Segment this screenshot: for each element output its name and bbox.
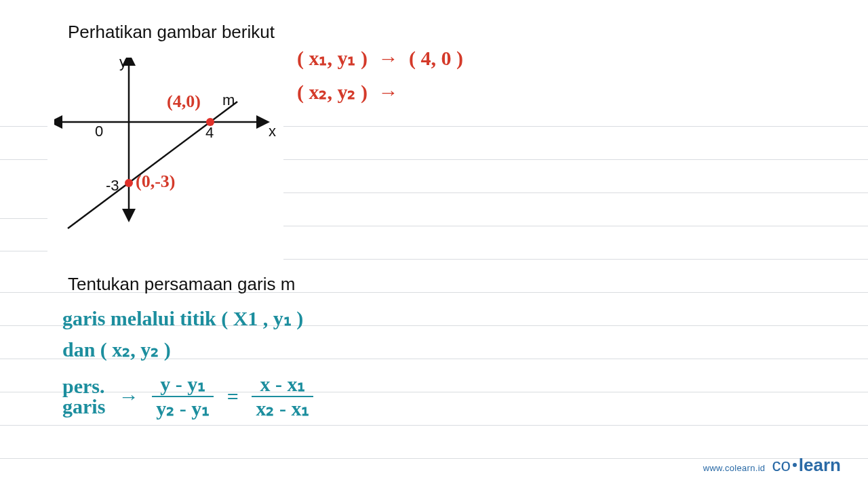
- frac1-num: y - y₁: [152, 374, 214, 397]
- fraction-2: x - x₁ x₂ - x₁: [252, 374, 313, 419]
- rule: [283, 226, 868, 226]
- rule: [0, 126, 47, 127]
- arrow-right-icon: →: [119, 385, 139, 407]
- x-tick-4: 4: [205, 124, 214, 142]
- rule: [283, 259, 868, 260]
- brand-part-a: co: [772, 455, 790, 475]
- blue-line-1: garis melalui titik ( X1 , y₁ ): [62, 306, 303, 330]
- equals: =: [227, 385, 239, 407]
- rule: [0, 218, 47, 219]
- footer-url: www.colearn.id: [703, 463, 766, 473]
- red-note-1: ( x₁, y₁ ) → ( 4, 0 ): [297, 46, 463, 70]
- pers-label-bot: garis: [62, 396, 105, 417]
- point-4-0: [206, 118, 214, 126]
- frac1-den: y₂ - y₁: [152, 397, 214, 419]
- blue-equation: pers. garis → y - y₁ y₂ - y₁ = x - x₁ x₂…: [62, 374, 317, 419]
- p2-lhs: ( x₂, y₂ ): [297, 81, 368, 103]
- rule: [0, 425, 868, 426]
- axes-svg: [54, 58, 285, 234]
- footer-brand: www.colearn.id colearn: [703, 455, 841, 476]
- y-axis-label: y: [119, 54, 127, 71]
- whiteboard: Perhatikan gambar berikut Tentukan persa…: [0, 0, 868, 488]
- blue-line-2: dan ( x₂, y₂ ): [62, 338, 171, 361]
- brand-part-b: learn: [799, 455, 841, 475]
- line-m-label: m: [222, 92, 235, 109]
- rule: [283, 192, 868, 193]
- dot-icon: [793, 463, 797, 467]
- origin-label: 0: [95, 123, 103, 140]
- p1-lhs: ( x₁, y₁ ): [297, 47, 368, 69]
- ann-point-a: (4,0): [167, 92, 201, 112]
- problem-prompt-top: Perhatikan gambar berikut: [68, 22, 275, 43]
- x-axis-label: x: [269, 123, 276, 140]
- problem-prompt-bottom: Tentukan persamaan garis m: [68, 274, 295, 295]
- arrow-right-icon: →: [378, 47, 398, 69]
- red-note-2: ( x₂, y₂ ) →: [297, 80, 403, 104]
- pers-label-top: pers.: [62, 376, 105, 396]
- coordinate-plane: y x 0 4 -3 m (4,0) (0,-3): [54, 58, 285, 234]
- fraction-1: y - y₁ y₂ - y₁: [152, 374, 214, 419]
- p1-rhs: ( 4, 0 ): [409, 47, 463, 69]
- y-tick-neg3: -3: [106, 177, 119, 195]
- brand-logo: colearn: [772, 455, 841, 476]
- point-0-neg3: [125, 179, 133, 187]
- rule: [0, 251, 47, 251]
- frac2-num: x - x₁: [252, 374, 313, 397]
- ann-point-b: (0,-3): [136, 171, 175, 192]
- frac2-den: x₂ - x₁: [252, 397, 313, 419]
- rule: [0, 159, 47, 160]
- rule: [283, 126, 868, 127]
- rule: [283, 159, 868, 160]
- arrow-right-icon: →: [378, 81, 398, 103]
